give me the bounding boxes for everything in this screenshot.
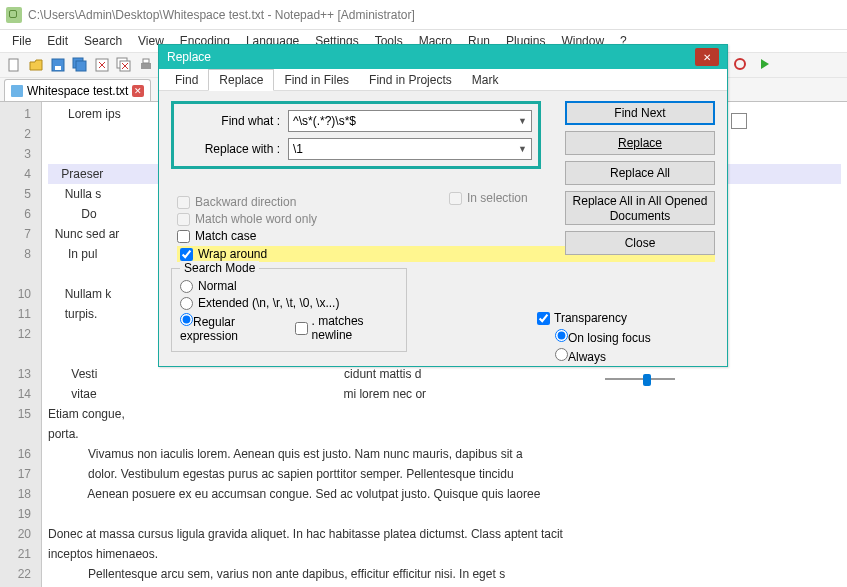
dialog-close-button[interactable]: ✕ (695, 48, 719, 66)
menu-file[interactable]: File (4, 32, 39, 50)
replace-with-label: Replace with : (180, 142, 280, 156)
window-title: C:\Users\Admin\Desktop\Whitespace test.t… (28, 8, 415, 22)
svg-rect-8 (141, 63, 151, 69)
title-bar: C:\Users\Admin\Desktop\Whitespace test.t… (0, 0, 847, 30)
file-icon (11, 85, 23, 97)
match-case-checkbox[interactable] (177, 230, 190, 243)
find-what-label: Find what : (180, 114, 280, 128)
find-what-input[interactable]: ^\s*(.*?)\s*$▼ (288, 110, 532, 132)
app-icon (6, 7, 22, 23)
replace-dialog: Replace ✕ Find Replace Find in Files Fin… (158, 44, 728, 367)
print-icon[interactable] (136, 55, 156, 75)
svg-rect-4 (76, 61, 86, 71)
transparency-slider[interactable] (605, 373, 675, 385)
play-macro-icon[interactable] (754, 54, 774, 74)
highlighted-input-group: Find what : ^\s*(.*?)\s*$▼ Replace with … (171, 101, 541, 169)
svg-rect-9 (143, 59, 149, 63)
close-tab-icon[interactable]: ✕ (132, 85, 144, 97)
tab-find-in-files[interactable]: Find in Files (274, 70, 359, 90)
dialog-tabs: Find Replace Find in Files Find in Proje… (159, 69, 727, 91)
menu-search[interactable]: Search (76, 32, 130, 50)
wrap-around-checkbox[interactable] (180, 248, 193, 261)
svg-point-14 (735, 59, 745, 69)
save-all-icon[interactable] (70, 55, 90, 75)
close-file-icon[interactable] (92, 55, 112, 75)
on-losing-focus-radio[interactable] (555, 329, 568, 342)
dropdown-icon[interactable]: ▼ (518, 116, 527, 126)
replace-with-input[interactable]: \1▼ (288, 138, 532, 160)
backward-checkbox (177, 196, 190, 209)
toolbar-right (730, 54, 774, 74)
close-all-icon[interactable] (114, 55, 134, 75)
transparency-group: Transparency On losing focus Always (537, 311, 707, 385)
mode-normal-radio[interactable] (180, 280, 193, 293)
new-file-icon[interactable] (4, 55, 24, 75)
replace-all-button[interactable]: Replace All (565, 161, 715, 185)
file-tab[interactable]: Whitespace test.txt ✕ (4, 79, 151, 101)
save-icon[interactable] (48, 55, 68, 75)
line-number-gutter: 1234567810111213141516171819202122 (0, 102, 42, 587)
matches-newline-checkbox[interactable] (295, 322, 308, 335)
find-next-button[interactable]: Find Next (565, 101, 715, 125)
dialog-title: Replace (167, 50, 211, 64)
always-radio[interactable] (555, 348, 568, 361)
open-file-icon[interactable] (26, 55, 46, 75)
tab-find[interactable]: Find (165, 70, 208, 90)
tab-replace[interactable]: Replace (208, 69, 274, 91)
record-macro-icon[interactable] (730, 54, 750, 74)
search-mode-legend: Search Mode (180, 261, 259, 275)
button-column: Find Next Replace Replace All Replace Al… (565, 101, 715, 255)
menu-edit[interactable]: Edit (39, 32, 76, 50)
transparency-checkbox[interactable] (537, 312, 550, 325)
dialog-titlebar[interactable]: Replace ✕ (159, 45, 727, 69)
svg-rect-0 (9, 59, 18, 71)
search-mode-group: Search Mode Normal Extended (\n, \r, \t,… (171, 268, 407, 352)
in-selection-option: In selection (449, 191, 528, 205)
find-next-direction-checkbox[interactable] (731, 113, 747, 129)
whole-word-checkbox (177, 213, 190, 226)
tab-find-in-projects[interactable]: Find in Projects (359, 70, 462, 90)
in-selection-checkbox (449, 192, 462, 205)
replace-all-open-button[interactable]: Replace All in All Opened Documents (565, 191, 715, 225)
svg-rect-2 (55, 66, 61, 70)
mode-regex-radio[interactable] (180, 313, 193, 326)
tab-mark[interactable]: Mark (462, 70, 509, 90)
replace-button[interactable]: Replace (565, 131, 715, 155)
mode-extended-radio[interactable] (180, 297, 193, 310)
file-tab-label: Whitespace test.txt (27, 84, 128, 98)
dropdown-icon[interactable]: ▼ (518, 144, 527, 154)
close-button[interactable]: Close (565, 231, 715, 255)
